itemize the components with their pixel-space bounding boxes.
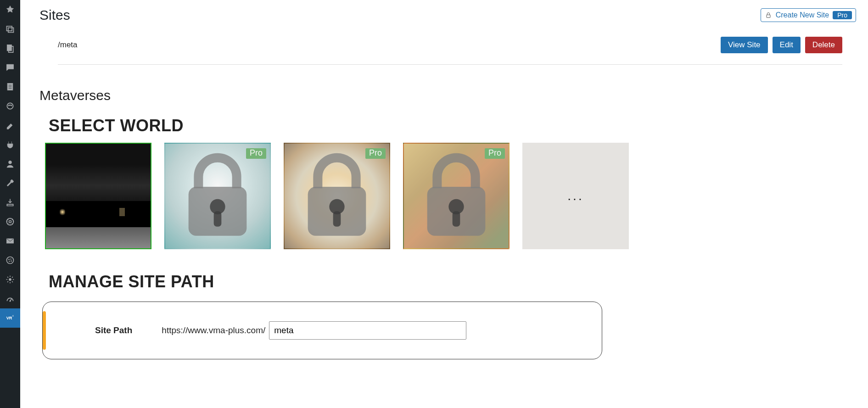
svg-rect-1 bbox=[8, 28, 14, 33]
site-entry-row: /meta View Site Edit Delete bbox=[58, 37, 842, 65]
lock-icon bbox=[179, 150, 257, 242]
document-icon[interactable] bbox=[0, 77, 20, 96]
seo-icon[interactable] bbox=[0, 96, 20, 116]
settings-icon[interactable] bbox=[0, 270, 20, 289]
pin-icon[interactable] bbox=[0, 0, 20, 19]
svg-point-11 bbox=[9, 161, 12, 164]
site-action-buttons: View Site Edit Delete bbox=[721, 37, 842, 53]
svg-point-10 bbox=[11, 105, 12, 106]
plugins-icon[interactable] bbox=[0, 135, 20, 154]
media-icon[interactable] bbox=[0, 19, 20, 39]
svg-point-15 bbox=[7, 257, 14, 264]
tools-icon[interactable] bbox=[0, 173, 20, 193]
comments-icon[interactable] bbox=[0, 58, 20, 77]
svg-point-12 bbox=[7, 218, 14, 225]
admin-sidebar: VR+ bbox=[0, 0, 20, 408]
site-path-text: /meta bbox=[58, 40, 78, 50]
lock-overlay bbox=[285, 144, 389, 248]
svg-rect-30 bbox=[333, 211, 341, 226]
view-site-button[interactable]: View Site bbox=[721, 37, 768, 53]
svg-point-16 bbox=[9, 259, 10, 260]
lock-icon bbox=[417, 150, 495, 242]
users-icon[interactable] bbox=[0, 154, 20, 173]
sites-title: Sites bbox=[39, 7, 70, 23]
svg-rect-0 bbox=[7, 26, 12, 31]
world-card-2[interactable]: Pro bbox=[164, 143, 271, 249]
svg-point-18 bbox=[9, 261, 10, 262]
manage-site-path-card: Site Path https://www.vma-plus.com/ bbox=[42, 302, 602, 359]
world-card-4[interactable]: Pro bbox=[403, 143, 510, 249]
pages-icon[interactable] bbox=[0, 39, 20, 58]
pro-badge: Pro bbox=[833, 11, 852, 19]
import-icon[interactable] bbox=[0, 193, 20, 212]
site-path-inline: https://www.vma-plus.com/ bbox=[162, 321, 466, 340]
create-new-site-label: Create New Site bbox=[776, 11, 829, 19]
lock-overlay bbox=[165, 144, 270, 248]
create-new-site-button[interactable]: Create New Site Pro bbox=[761, 8, 856, 22]
svg-point-17 bbox=[11, 259, 11, 260]
svg-rect-33 bbox=[453, 211, 460, 226]
world-card-3[interactable]: Pro bbox=[284, 143, 390, 249]
edit-button[interactable]: Edit bbox=[773, 37, 801, 53]
svg-rect-2 bbox=[7, 45, 11, 51]
select-world-heading: SELECT WORLD bbox=[49, 116, 856, 135]
manage-site-path-heading: MANAGE SITE PATH bbox=[49, 272, 856, 291]
delete-button[interactable]: Delete bbox=[805, 37, 842, 53]
worlds-row: Pro Pro Pro bbox=[45, 143, 856, 249]
svg-text:VR: VR bbox=[6, 316, 12, 320]
appearance-icon[interactable] bbox=[0, 116, 20, 135]
svg-rect-24 bbox=[767, 15, 770, 17]
site-path-row: Site Path https://www.vma-plus.com/ bbox=[66, 321, 579, 340]
world-card-more[interactable]: ... bbox=[522, 143, 629, 249]
lock-overlay bbox=[404, 144, 509, 248]
svg-point-8 bbox=[7, 103, 13, 109]
svg-text:+: + bbox=[12, 314, 14, 318]
svg-point-19 bbox=[11, 261, 12, 262]
lock-icon bbox=[298, 150, 376, 242]
more-ellipsis: ... bbox=[567, 189, 583, 203]
site-path-input[interactable] bbox=[269, 321, 466, 340]
vr-plus-icon[interactable]: VR+ bbox=[0, 308, 20, 328]
sites-header-row: Sites Create New Site Pro bbox=[39, 5, 856, 23]
performance-icon[interactable] bbox=[0, 289, 20, 308]
mail-icon[interactable] bbox=[0, 231, 20, 251]
svg-point-20 bbox=[9, 279, 11, 281]
site-url-prefix: https://www.vma-plus.com/ bbox=[162, 325, 265, 335]
lock-icon bbox=[765, 11, 772, 19]
svg-point-21 bbox=[10, 301, 11, 302]
svg-point-9 bbox=[9, 105, 10, 106]
svg-rect-27 bbox=[214, 211, 222, 226]
metaverses-title: Metaverses bbox=[39, 88, 856, 103]
main-content: Sites Create New Site Pro /meta View Sit… bbox=[20, 0, 868, 408]
world-card-1[interactable] bbox=[45, 143, 151, 249]
gear-circle-icon[interactable] bbox=[0, 212, 20, 231]
cookie-icon[interactable] bbox=[0, 251, 20, 270]
site-path-label: Site Path bbox=[95, 325, 132, 335]
svg-point-13 bbox=[9, 221, 11, 223]
